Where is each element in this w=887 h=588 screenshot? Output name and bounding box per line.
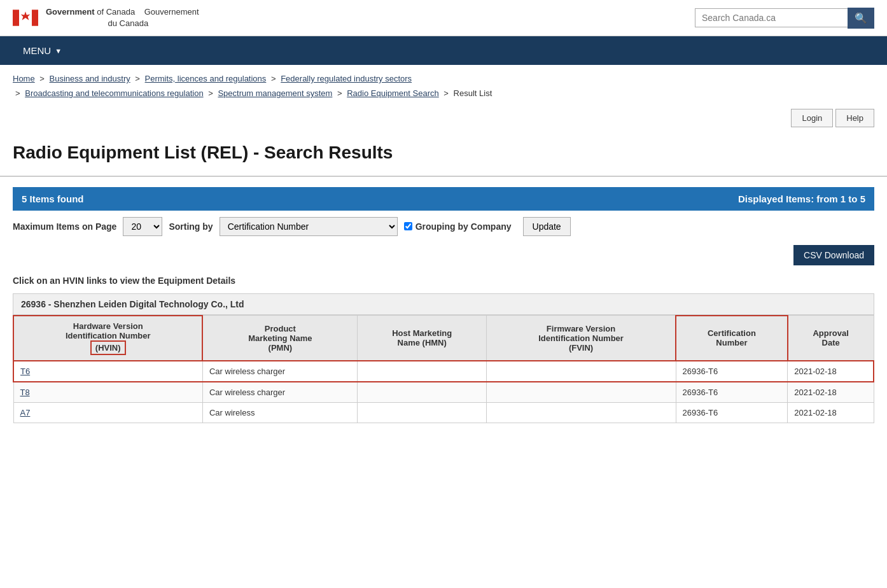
grouping-text: Grouping by Company [416, 221, 512, 232]
grouping-checkbox[interactable] [404, 222, 412, 230]
gov-fr: Gouvernement [144, 7, 199, 17]
controls-row: Maximum Items on Page 20 50 100 Sorting … [0, 211, 887, 242]
cell-cert: 26936-T6 [676, 382, 788, 403]
items-found: 5 Items found [22, 193, 84, 204]
hvin-link[interactable]: A7 [20, 408, 31, 417]
gov-text: Government of Canada Gouvernement du Can… [46, 6, 199, 29]
breadcrumb-federally[interactable]: Federally regulated industry sectors [281, 74, 412, 83]
logo-area: Government of Canada Gouvernement du Can… [13, 5, 199, 31]
cell-pmn: Car wireless charger [202, 361, 357, 382]
col-header-hvin: Hardware VersionIdentification Number(HV… [13, 316, 202, 361]
csv-download-button[interactable]: CSV Download [793, 245, 874, 265]
breadcrumb-broadcasting[interactable]: Broadcasting and telecommunications regu… [25, 88, 203, 98]
col-header-hmn: Host MarketingName (HMN) [358, 316, 487, 361]
table-wrapper: 26936 - Shenzhen Leiden Digital Technolo… [0, 293, 887, 436]
breadcrumb-home[interactable]: Home [13, 74, 35, 83]
page-title-area: Radio Equipment List (REL) - Search Resu… [0, 132, 887, 177]
gov-en2: of Canada [97, 7, 135, 17]
breadcrumb: Home > Business and industry > Permits, … [0, 65, 887, 104]
hvin-link[interactable]: T8 [20, 388, 30, 397]
canada-flag [13, 5, 38, 31]
max-items-label: Maximum Items on Page [13, 221, 116, 232]
table-row: T6Car wireless charger26936-T62021-02-18 [13, 361, 874, 382]
breadcrumb-result-list: Result List [454, 88, 492, 98]
cell-cert: 26936-T6 [676, 402, 788, 423]
col-header-fvin: Firmware VersionIdentification Number(FV… [487, 316, 676, 361]
cell-date: 2021-02-18 [788, 382, 874, 403]
nav-bar: MENU ▼ [0, 36, 887, 65]
cell-pmn: Car wireless charger [202, 382, 357, 403]
results-info-bar: 5 Items found Displayed Items: from 1 to… [13, 187, 874, 211]
cell-fvin [487, 402, 676, 423]
company-header: 26936 - Shenzhen Leiden Digital Technolo… [13, 293, 874, 315]
cell-hmn [358, 361, 487, 382]
cell-hvin: T8 [13, 382, 202, 403]
gov-en: Government [46, 7, 95, 17]
breadcrumb-business[interactable]: Business and industry [50, 74, 130, 83]
update-button[interactable]: Update [523, 217, 571, 236]
max-items-select[interactable]: 20 50 100 [123, 217, 162, 236]
svg-rect-2 [32, 10, 38, 25]
col-header-pmn: ProductMarketing Name(PMN) [202, 316, 357, 361]
cell-date: 2021-02-18 [788, 361, 874, 382]
auth-area: Login Help [0, 104, 887, 132]
search-button[interactable]: 🔍 [848, 8, 874, 29]
cell-date: 2021-02-18 [788, 402, 874, 423]
table-row: T8Car wireless charger26936-T62021-02-18 [13, 382, 874, 403]
menu-label: MENU [23, 45, 51, 56]
search-area: 🔍 [695, 8, 874, 29]
csv-area: CSV Download [0, 242, 887, 270]
cell-pmn: Car wireless [202, 402, 357, 423]
help-button[interactable]: Help [835, 109, 874, 127]
search-input[interactable] [695, 8, 848, 27]
hvin-link[interactable]: T6 [20, 367, 30, 376]
grouping-label[interactable]: Grouping by Company [404, 221, 512, 232]
top-header: Government of Canada Gouvernement du Can… [0, 0, 887, 36]
menu-arrow-icon: ▼ [55, 47, 62, 55]
cell-fvin [487, 361, 676, 382]
breadcrumb-radio-equipment[interactable]: Radio Equipment Search [347, 88, 439, 98]
login-button[interactable]: Login [791, 109, 833, 127]
instruction-text: Click on an HVIN links to view the Equip… [0, 270, 887, 293]
displayed-items: Displayed Items: from 1 to 5 [738, 193, 865, 204]
breadcrumb-permits[interactable]: Permits, licences and regulations [145, 74, 267, 83]
result-table: Hardware VersionIdentification Number(HV… [13, 315, 874, 423]
cell-fvin [487, 382, 676, 403]
sorting-select[interactable]: Certification Number Approval Date Compa… [220, 217, 398, 236]
table-row: A7Car wireless26936-T62021-02-18 [13, 402, 874, 423]
page-title: Radio Equipment List (REL) - Search Resu… [13, 143, 874, 163]
breadcrumb-spectrum[interactable]: Spectrum management system [218, 88, 332, 98]
cell-cert: 26936-T6 [676, 361, 788, 382]
cell-hmn [358, 402, 487, 423]
svg-rect-1 [13, 10, 19, 25]
cell-hvin: T6 [13, 361, 202, 382]
cell-hvin: A7 [13, 402, 202, 423]
cell-hmn [358, 382, 487, 403]
col-header-approval: ApprovalDate [788, 316, 874, 361]
gov-fr2: du Canada [108, 18, 149, 28]
sorting-label: Sorting by [169, 221, 213, 232]
menu-button[interactable]: MENU ▼ [13, 36, 72, 65]
col-header-cert: CertificationNumber [676, 316, 788, 361]
